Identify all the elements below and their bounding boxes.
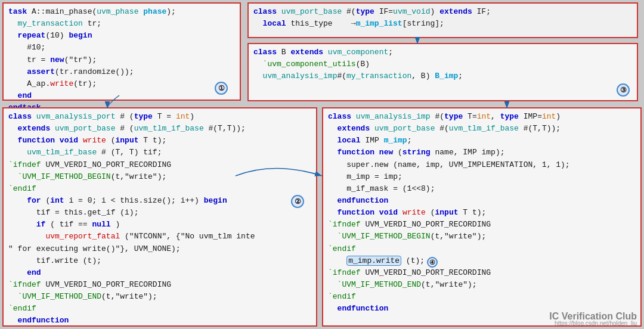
- code-line: tif = this.get_if (i);: [8, 207, 311, 219]
- badge-1: ①: [215, 82, 228, 95]
- code-line: local this_type →m_imp_list[string];: [253, 18, 632, 30]
- box-bottom-left: class uvm_analysis_port # (type T = int)…: [2, 107, 317, 327]
- code-line: #10;: [8, 42, 235, 54]
- code-line: tif.write (t);: [8, 255, 311, 267]
- code-line: uvm_report_fatal ("NTCONN", {"No uvm_tlm…: [8, 231, 311, 243]
- code-line: `UVM_IF_METHOD_BEGIN(t,"write");: [328, 231, 636, 243]
- code-line: `uvm_component_utils(B): [253, 58, 632, 70]
- code-line: assert(tr.randomize());: [8, 66, 235, 78]
- box-top-left: task A::main_phase(uvm_phase phase); my_…: [2, 2, 241, 101]
- code-line: class uvm_analysis_port # (type T = int): [8, 111, 311, 123]
- code-line: local IMP m_imp;: [328, 135, 636, 147]
- code-line: `endif: [328, 243, 636, 255]
- code-line: end: [8, 90, 235, 102]
- code-line: my_transaction tr;: [8, 18, 235, 30]
- code-line: extends uvm_port_base # (uvm_tlm_if_base…: [8, 123, 311, 135]
- code-line: " for executing write()"}, UVM_NONE);: [8, 243, 311, 255]
- code-line: `endif: [328, 291, 636, 303]
- code-line: uvm_tlm_if_base # (T, T) tif;: [8, 147, 311, 159]
- code-line: `ifndef UVM_VERDI_NO_PORT_RECORDING: [8, 279, 311, 291]
- code-line: `UVM_IF_METHOD_END(t,"write");: [8, 291, 311, 303]
- code-line: uvm_analysis_imp#(my_transaction, B) B_i…: [253, 70, 632, 82]
- code-line: endfunction: [8, 315, 311, 327]
- code-line: `endif: [8, 303, 311, 315]
- code-line: for (int i = 0; i < this.size(); i++) be…: [8, 195, 311, 207]
- main-container: task A::main_phase(uvm_phase phase); my_…: [0, 0, 644, 329]
- code-line: A_ap.write(tr);: [8, 78, 235, 90]
- code-line: `ifndef UVM_VERDI_NO_PORT_RECORDING: [8, 159, 311, 171]
- box-top-right-upper: class uvm_port_base #(type IF=uvm_void) …: [247, 2, 638, 38]
- code-line: function void write (input T t);: [328, 207, 636, 219]
- code-line: m_if_mask = (1<<8);: [328, 183, 636, 195]
- box-top-right-lower: class B extends uvm_component; `uvm_comp…: [247, 43, 638, 101]
- code-line: if ( tif == null ): [8, 219, 311, 231]
- code-line: class uvm_port_base #(type IF=uvm_void) …: [253, 6, 632, 18]
- watermark-sub: https://blog.csdn.net/holden_liu: [555, 320, 637, 327]
- badge-3: ③: [617, 83, 630, 97]
- box-bottom-right: class uvm_analysis_imp #(type T=int, typ…: [322, 107, 642, 327]
- code-line: tr = new("tr");: [8, 54, 235, 66]
- code-line: function void write (input T t);: [8, 135, 311, 147]
- code-line: `UVM_IF_METHOD_END(t,"write");: [328, 279, 636, 291]
- code-line: class B extends uvm_component;: [253, 46, 632, 58]
- code-line: `UVM_IF_METHOD_BEGIN(t,"write");: [8, 171, 311, 183]
- code-line: task A::main_phase(uvm_phase phase);: [8, 6, 235, 18]
- code-line: extends uvm_port_base #(uvm_tlm_if_base …: [328, 123, 636, 135]
- code-line: `ifndef UVM_VERDI_NO_PORT_RECORDING: [328, 219, 636, 231]
- code-line: end: [8, 267, 311, 279]
- code-line: repeat(10) begin: [8, 30, 235, 42]
- code-line: m_imp = imp;: [328, 171, 636, 183]
- code-line: m_imp.write (t);④: [328, 255, 636, 267]
- badge-2: ②: [291, 195, 304, 208]
- code-line: super.new (name, imp, UVM_IMPLEMENTATION…: [328, 159, 636, 171]
- code-line: `endif: [8, 183, 311, 195]
- code-line: `ifndef UVM_VERDI_NO_PORT_RECORDING: [328, 267, 636, 279]
- code-line: endfunction: [328, 195, 636, 207]
- code-line: function new (string name, IMP imp);: [328, 147, 636, 159]
- code-line: class uvm_analysis_imp #(type T=int, typ…: [328, 111, 636, 123]
